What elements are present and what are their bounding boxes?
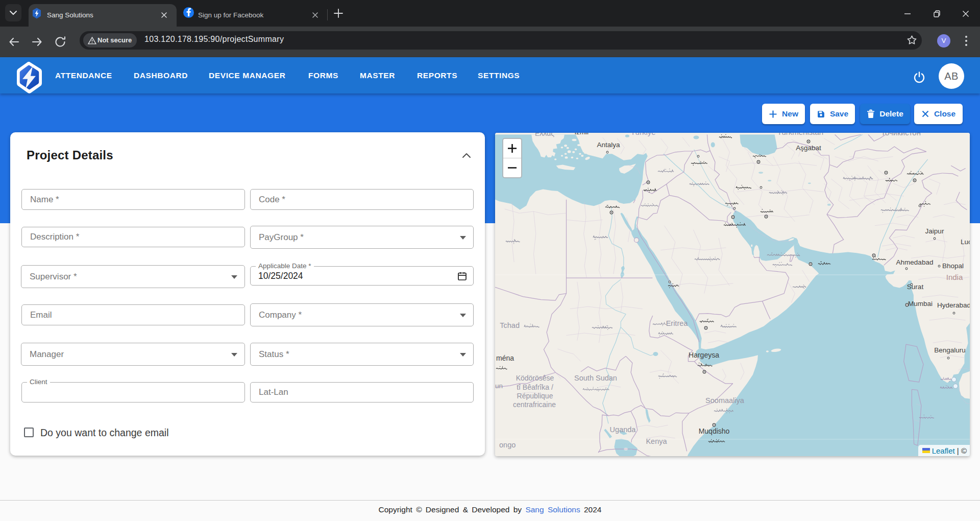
svg-text:Ελλάς: Ελλάς bbox=[535, 133, 554, 137]
svg-text:Hyderabad: Hyderabad bbox=[937, 301, 970, 309]
svg-text:Ahmedabad: Ahmedabad bbox=[896, 258, 934, 266]
svg-text:ongo: ongo bbox=[499, 441, 516, 449]
svg-text:India: India bbox=[946, 273, 963, 281]
svg-text:Antalya: Antalya bbox=[597, 141, 620, 149]
svg-text:Muqdisho: Muqdisho bbox=[699, 427, 730, 435]
svg-text:Türkiye: Türkiye bbox=[630, 133, 655, 136]
svg-text:Точикистон: Точикистон bbox=[881, 133, 921, 137]
svg-text:Turkmenistan: Turkmenistan bbox=[777, 133, 823, 136]
svg-text:Bhopal: Bhopal bbox=[942, 262, 964, 270]
svg-text:Aşgabat: Aşgabat bbox=[796, 144, 821, 152]
svg-text:Soomaaliya: Soomaaliya bbox=[705, 396, 745, 405]
svg-text:ména: ména bbox=[496, 354, 514, 362]
svg-text:Luc: Luc bbox=[961, 238, 970, 246]
svg-text:République: République bbox=[517, 392, 553, 400]
svg-text:tî Bêafrîka /: tî Bêafrîka / bbox=[517, 383, 553, 391]
svg-text:Kenya: Kenya bbox=[646, 437, 667, 445]
svg-text:İzmir: İzmir bbox=[574, 133, 590, 136]
svg-text:centrafricaine: centrafricaine bbox=[513, 400, 556, 409]
svg-text:Bengaluru: Bengaluru bbox=[934, 346, 966, 354]
svg-text:Surat: Surat bbox=[907, 283, 924, 291]
svg-text:Mumbai: Mumbai bbox=[908, 300, 933, 307]
svg-text:Tchad: Tchad bbox=[500, 321, 520, 329]
svg-text:South Sudan: South Sudan bbox=[574, 374, 617, 382]
svg-text:Ködörösêse: Ködörösêse bbox=[516, 374, 554, 382]
svg-text:Eritrea: Eritrea bbox=[666, 319, 689, 327]
svg-text:Uganda: Uganda bbox=[610, 425, 636, 434]
svg-text:Hargeysa: Hargeysa bbox=[689, 351, 719, 359]
svg-text:Jaipur: Jaipur bbox=[925, 227, 944, 235]
svg-text:un: un bbox=[495, 382, 503, 390]
